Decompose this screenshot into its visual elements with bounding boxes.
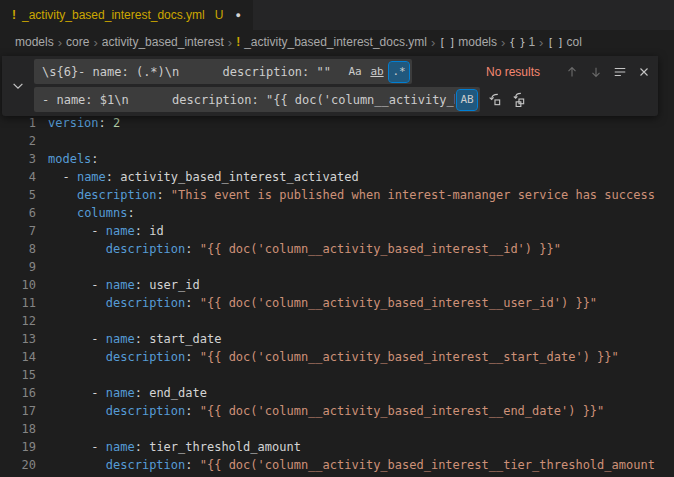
breadcrumb: models › core › activity_based_interest …	[0, 30, 674, 54]
whole-word-toggle[interactable]: ab	[367, 62, 387, 82]
line-number: 11	[0, 294, 36, 312]
find-widget-content: \s{6}- name: (.*)\n description: "" Aa a…	[34, 59, 654, 112]
code-line: 16 - name: end_date	[0, 384, 674, 402]
breadcrumb-label: activity_based_interest	[102, 35, 224, 49]
arrow-down-icon	[589, 65, 603, 79]
replace-all-icon	[511, 92, 526, 107]
symbol-array-icon: [ ]	[547, 37, 562, 48]
next-match-button[interactable]	[586, 62, 606, 82]
replace-value: - name: $1\n description: "{{ doc('colum…	[42, 93, 455, 107]
find-query: \s{6}- name: (.*)\n description: ""	[42, 65, 343, 79]
replace-button[interactable]	[484, 90, 504, 110]
regex-toggle[interactable]: .*	[389, 62, 409, 82]
breadcrumb-separator: ›	[228, 35, 232, 50]
breadcrumb-label: col	[567, 35, 582, 49]
line-number: 1	[0, 114, 36, 132]
breadcrumb-separator: ›	[501, 35, 505, 50]
results-count: No results	[486, 65, 550, 79]
previous-match-button[interactable]	[562, 62, 582, 82]
match-case-toggle[interactable]: Aa	[345, 62, 365, 82]
replace-icon	[487, 92, 502, 107]
code-line: 20 description: "{{ doc('column__activit…	[0, 456, 674, 474]
symbol-object-icon: { }	[509, 37, 524, 48]
line-number: 8	[0, 240, 36, 258]
line-number: 19	[0, 438, 36, 456]
git-status-badge: U	[215, 8, 224, 22]
breadcrumb-label: models	[15, 35, 54, 49]
tab-title: _activity_based_interest_docs.yml	[22, 8, 205, 22]
line-number: 20	[0, 456, 36, 474]
line-number: 2	[0, 132, 36, 150]
close-button[interactable]	[634, 62, 654, 82]
code-line: 13 - name: start_date	[0, 330, 674, 348]
code-line: 10 - name: user_id	[0, 276, 674, 294]
line-number: 12	[0, 312, 36, 330]
warning-icon: !	[12, 8, 16, 22]
find-input[interactable]: \s{6}- name: (.*)\n description: "" Aa a…	[34, 59, 412, 84]
code-line: 14 description: "{{ doc('column__activit…	[0, 348, 674, 366]
find-row: \s{6}- name: (.*)\n description: "" Aa a…	[34, 59, 654, 84]
arrow-up-icon	[565, 65, 579, 79]
code-line: 1version: 2	[0, 114, 674, 132]
tab-bar: ! _activity_based_interest_docs.yml U ●	[0, 0, 674, 30]
code-line: 8 description: "{{ doc('column__activity…	[0, 240, 674, 258]
breadcrumb-label: core	[66, 35, 89, 49]
code-line: 4 - name: activity_based_interest_activa…	[0, 168, 674, 186]
breadcrumb-separator: ›	[58, 35, 62, 50]
code-line: 18	[0, 420, 674, 438]
close-icon	[637, 65, 651, 79]
selection-icon	[613, 65, 627, 79]
code-line: 5 description: "This event is published …	[0, 186, 674, 204]
code-line: 17 description: "{{ doc('column__activit…	[0, 402, 674, 420]
code-line: 15	[0, 366, 674, 384]
breadcrumb-label: models	[458, 35, 497, 49]
breadcrumb-item-file[interactable]: ! _activity_based_interest_docs.yml	[236, 35, 427, 49]
find-in-selection-button[interactable]	[610, 62, 630, 82]
line-number: 13	[0, 330, 36, 348]
breadcrumb-item-symbol-columns[interactable]: [ ] col	[547, 35, 581, 49]
code-line: 11 description: "{{ doc('column__activit…	[0, 294, 674, 312]
breadcrumb-item-models[interactable]: models	[15, 35, 54, 49]
warning-icon: !	[236, 35, 240, 49]
line-number: 9	[0, 258, 36, 276]
preserve-case-toggle[interactable]: AB	[457, 90, 477, 110]
modified-dot-icon[interactable]: ●	[235, 10, 240, 20]
breadcrumb-item-core[interactable]: core	[66, 35, 89, 49]
line-number: 6	[0, 204, 36, 222]
line-number: 7	[0, 222, 36, 240]
line-number: 15	[0, 366, 36, 384]
line-number: 10	[0, 276, 36, 294]
editor-lines: 1version: 223models:4 - name: activity_b…	[0, 114, 674, 474]
line-number: 17	[0, 402, 36, 420]
breadcrumb-separator: ›	[93, 35, 97, 50]
line-number: 18	[0, 420, 36, 438]
code-line: 6 columns:	[0, 204, 674, 222]
code-line: 3models:	[0, 150, 674, 168]
replace-row: - name: $1\n description: "{{ doc('colum…	[34, 87, 654, 112]
breadcrumb-label: 1	[528, 35, 535, 49]
editor-tab[interactable]: ! _activity_based_interest_docs.yml U ●	[0, 0, 253, 30]
code-line: 2	[0, 132, 674, 150]
editor[interactable]: 1version: 223models:4 - name: activity_b…	[0, 114, 674, 477]
line-number: 14	[0, 348, 36, 366]
code-line: 12	[0, 312, 674, 330]
symbol-array-icon: [ ]	[439, 37, 454, 48]
replace-input[interactable]: - name: $1\n description: "{{ doc('colum…	[34, 87, 480, 112]
find-replace-widget: \s{6}- name: (.*)\n description: "" Aa a…	[2, 56, 658, 116]
breadcrumb-label: _activity_based_interest_docs.yml	[244, 35, 427, 49]
line-number: 4	[0, 168, 36, 186]
breadcrumb-separator: ›	[539, 35, 543, 50]
line-number: 3	[0, 150, 36, 168]
code-line: 9	[0, 258, 674, 276]
code-line: 19 - name: tier_threshold_amount	[0, 438, 674, 456]
breadcrumb-separator: ›	[431, 35, 435, 50]
vscode-window: ! _activity_based_interest_docs.yml U ● …	[0, 0, 674, 477]
replace-all-button[interactable]	[508, 90, 528, 110]
chevron-down-icon	[11, 79, 25, 93]
breadcrumb-item-activity-based-interest[interactable]: activity_based_interest	[102, 35, 224, 49]
code-line: 7 - name: id	[0, 222, 674, 240]
breadcrumb-item-symbol-models[interactable]: [ ] models	[439, 35, 497, 49]
line-number: 16	[0, 384, 36, 402]
breadcrumb-item-symbol-1[interactable]: { } 1	[509, 35, 535, 49]
toggle-replace-button[interactable]	[2, 59, 34, 112]
